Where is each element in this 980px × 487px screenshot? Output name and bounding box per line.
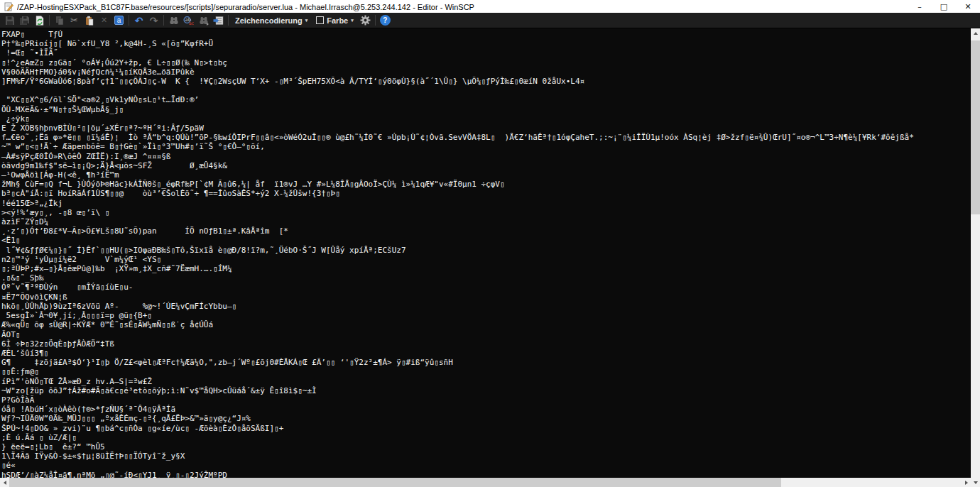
- help-button[interactable]: ?: [378, 13, 393, 28]
- blue-a-icon: a: [114, 16, 124, 25]
- editor-body: FXAP▯ TƒÚ P†°‰▯PRioíj▯[ Nõ`xfU_Y8 ²,k@4H…: [0, 28, 980, 487]
- chevron-down-icon: ▾: [305, 18, 308, 23]
- help-icon: ?: [380, 15, 391, 26]
- svg-text:ac: ac: [189, 21, 194, 26]
- save-all-button[interactable]: [17, 13, 32, 28]
- window-controls: – □ ✕: [908, 0, 980, 13]
- paste-button[interactable]: [82, 13, 97, 28]
- triangle-down-icon: [974, 481, 978, 484]
- horizontal-scroll-thumb[interactable]: [9, 478, 781, 487]
- binoculars-next-icon: [199, 16, 209, 26]
- toolbar-separator: [49, 15, 50, 26]
- clipboard-icon: [85, 16, 94, 26]
- toolbar-separator: [163, 15, 164, 26]
- triangle-up-icon: [974, 32, 978, 35]
- triangle-right-icon: [965, 481, 968, 485]
- triangle-left-icon: [4, 481, 6, 485]
- goto-line-icon: [213, 16, 224, 26]
- select-all-button[interactable]: a: [111, 13, 126, 28]
- reload-button[interactable]: [32, 13, 47, 28]
- chevron-down-icon: ▾: [351, 18, 354, 23]
- maximize-button[interactable]: □: [932, 0, 956, 13]
- binoculars-icon: [169, 16, 179, 26]
- gear-icon: [360, 15, 371, 26]
- scroll-left-button[interactable]: [0, 478, 9, 487]
- title-bar: /ZAP-HostingESXPack_B1C87F.base/resource…: [0, 0, 980, 13]
- double-floppy-icon: [19, 16, 30, 26]
- go-to-line-button[interactable]: [211, 13, 226, 28]
- delete-button[interactable]: ✕: [97, 13, 111, 28]
- document-refresh-icon: [35, 16, 45, 26]
- color-swatch-icon: [316, 16, 324, 24]
- vertical-scroll-thumb[interactable]: [971, 40, 980, 214]
- editor-column: FXAP▯ TƒÚ P†°‰▯PRioíj▯[ Nõ`xfU_Y8 ²,k@4H…: [0, 28, 971, 487]
- save-button[interactable]: [2, 13, 17, 28]
- cut-button[interactable]: ✂: [67, 13, 82, 28]
- undo-button[interactable]: ↶: [131, 13, 146, 28]
- editor-toolbar: ✂ ✕ a ↶ ↷ ab ac: [0, 13, 980, 28]
- color-dropdown[interactable]: Farbe ▾: [312, 13, 357, 28]
- find-next-button[interactable]: [196, 13, 211, 28]
- encoding-dropdown[interactable]: Zeichencodierung ▾: [231, 13, 312, 28]
- winscp-editor-icon: [4, 2, 13, 11]
- find-button[interactable]: [166, 13, 181, 28]
- copy-pages-icon: [55, 16, 65, 26]
- color-dropdown-label: Farbe: [327, 16, 348, 25]
- binoculars-replace-icon: ab ac: [183, 16, 194, 26]
- horizontal-scrollbar[interactable]: [0, 478, 971, 487]
- editor-text[interactable]: FXAP▯ TƒÚ P†°‰▯PRioíj▯[ Nõ`xfU_Y8 ²,k@4H…: [0, 28, 971, 478]
- undo-arrow-icon: ↶: [135, 16, 143, 26]
- minimize-button[interactable]: –: [908, 0, 932, 13]
- floppy-disk-icon: [5, 16, 15, 26]
- x-icon: ✕: [101, 16, 107, 24]
- encoding-dropdown-label: Zeichencodierung: [235, 16, 303, 25]
- vertical-scrollbar[interactable]: [971, 28, 980, 487]
- window-title: /ZAP-HostingESXPack_B1C87F.base/resource…: [17, 2, 908, 11]
- scroll-up-button[interactable]: [971, 28, 980, 38]
- toolbar-separator: [228, 15, 229, 26]
- redo-button[interactable]: ↷: [146, 13, 161, 28]
- scroll-down-button[interactable]: [971, 478, 980, 487]
- preferences-button[interactable]: [358, 13, 373, 28]
- copy-button[interactable]: [52, 13, 67, 28]
- redo-arrow-icon: ↷: [150, 16, 158, 26]
- close-button[interactable]: ✕: [956, 0, 980, 13]
- toolbar-separator: [129, 15, 129, 26]
- replace-button[interactable]: ab ac: [181, 13, 196, 28]
- scroll-right-button[interactable]: [962, 478, 971, 487]
- scissors-icon: ✂: [70, 16, 78, 25]
- toolbar-separator: [375, 15, 376, 26]
